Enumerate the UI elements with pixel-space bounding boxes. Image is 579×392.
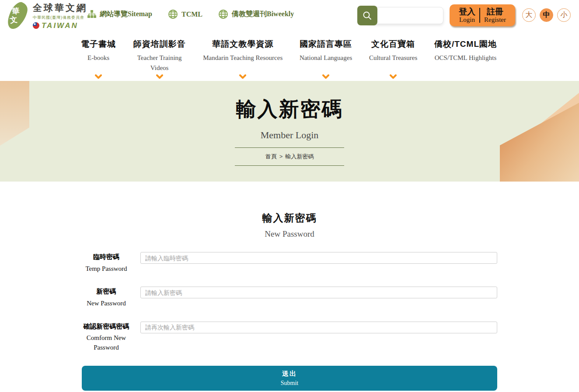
nav-item-ebooks[interactable]: 電子書城 E-books <box>81 38 116 80</box>
main-nav: 電子書城 E-books 師資培訓影音 Teacher Training Vid… <box>0 33 579 81</box>
site-logo[interactable]: 華 文 全球華文網 中華民國(臺灣)僑務委員會 TAIWAN <box>4 1 87 30</box>
page-title: 輸入新密碼 <box>0 96 579 123</box>
register-label-en: Register <box>484 16 506 24</box>
form-title-zh: 輸入新密碼 <box>0 211 579 225</box>
nav-label-zh: 國家語言專區 <box>300 38 352 50</box>
logo-title: 全球華文網 <box>33 2 87 14</box>
nav-label-en: National Languages <box>300 53 352 63</box>
nav-label-zh: 僑校/TCML園地 <box>434 38 497 50</box>
breadcrumb: 首頁>輸入新密碼 <box>235 147 344 166</box>
temp-password-input[interactable] <box>140 252 497 264</box>
roc-flag-icon <box>33 22 39 29</box>
field-label: 新密碼 New Password <box>82 287 131 308</box>
field-label-zh: 確認新密碼密碼 <box>82 322 131 332</box>
page-subtitle: Member Login <box>0 130 579 141</box>
taiwan-island-icon: 華 文 <box>4 1 30 30</box>
nav-label-en: OCS/TCML Highlights <box>435 53 497 63</box>
globe-icon <box>218 9 228 19</box>
submit-label-zh: 送出 <box>82 370 497 378</box>
field-label-zh: 臨時密碼 <box>82 252 131 262</box>
form-title-en: New Password <box>0 229 579 239</box>
nav-items: 電子書城 E-books 師資培訓影音 Teacher Training Vid… <box>81 38 497 80</box>
svg-text:華: 華 <box>11 7 20 16</box>
login-part[interactable]: 登入 Login <box>455 7 479 24</box>
nav-label-en: E-books <box>87 53 109 63</box>
breadcrumb-separator: > <box>279 153 283 160</box>
chevron-down-icon <box>322 74 329 79</box>
page: 華 文 全球華文網 中華民國(臺灣)僑務委員會 TAIWAN <box>0 0 579 392</box>
header: 華 文 全球華文網 中華民國(臺灣)僑務委員會 TAIWAN <box>0 0 579 33</box>
field-label-en: Temp Password <box>82 264 131 274</box>
nav-item-cultural-treasures[interactable]: 文化百寶箱 Cultural Treasures <box>369 38 417 80</box>
login-label-en: Login <box>459 16 475 24</box>
globe-icon <box>168 9 178 19</box>
nav-label-zh: 文化百寶箱 <box>371 38 415 50</box>
quick-link-tcml[interactable]: TCML <box>168 9 202 19</box>
chevron-down-icon <box>390 74 397 79</box>
field-label-zh: 新密碼 <box>82 287 131 297</box>
logo-subtitle: 中華民國(臺灣)僑務委員會 <box>33 15 87 21</box>
form-row-confirm-password: 確認新密碼密碼 Comform New Password <box>82 322 497 353</box>
header-quick-links: 網站導覽Sitemap TCML 僑教雙週刊Biweekly <box>87 9 294 19</box>
form-body: 臨時密碼 Temp Password 新密碼 New Password 確認新密… <box>82 252 497 391</box>
field-label: 臨時密碼 Temp Password <box>82 252 131 273</box>
font-size-medium[interactable]: 中 <box>540 8 553 22</box>
search-button[interactable] <box>357 6 377 25</box>
chevron-down-icon <box>95 74 102 79</box>
nav-label-zh: 電子書城 <box>81 38 116 50</box>
register-label-zh: 註冊 <box>484 7 506 16</box>
chevron-down-icon <box>156 74 163 79</box>
logo-country-row: TAIWAN <box>33 21 87 30</box>
quick-link-label: TCML <box>181 10 202 18</box>
nav-label-en: Teacher Training Videos <box>133 53 186 73</box>
quick-link-biweekly[interactable]: 僑教雙週刊Biweekly <box>218 9 294 19</box>
field-label: 確認新密碼密碼 Comform New Password <box>82 322 131 353</box>
form-row-new-password: 新密碼 New Password <box>82 287 497 308</box>
form-row-temp-password: 臨時密碼 Temp Password <box>82 252 497 273</box>
nav-item-teacher-training[interactable]: 師資培訓影音 Teacher Training Videos <box>133 38 186 80</box>
field-label-en: Comform New Password <box>82 333 131 353</box>
logo-text: 全球華文網 中華民國(臺灣)僑務委員會 TAIWAN <box>33 2 87 30</box>
confirm-password-input[interactable] <box>140 322 497 333</box>
submit-label-en: Submit <box>82 380 497 387</box>
nav-item-mandarin-resources[interactable]: 華語文教學資源 Mandarin Teaching Resources <box>203 38 283 80</box>
register-part[interactable]: 註冊 Register <box>480 7 510 24</box>
nav-label-zh: 華語文教學資源 <box>212 38 273 50</box>
search-icon <box>362 10 373 21</box>
field-label-en: New Password <box>82 299 131 308</box>
chevron-down-icon <box>239 74 246 79</box>
font-size-switcher: 大 中 小 <box>522 8 571 22</box>
login-label-zh: 登入 <box>459 7 475 16</box>
quick-link-sitemap[interactable]: 網站導覽Sitemap <box>87 10 152 19</box>
sitemap-icon <box>87 10 96 18</box>
nav-label-zh: 師資培訓影音 <box>133 38 186 50</box>
page-banner: 輸入新密碼 Member Login 首頁>輸入新密碼 <box>0 81 579 182</box>
font-size-small[interactable]: 小 <box>557 8 571 22</box>
new-password-form-section: 輸入新密碼 New Password 臨時密碼 Temp Password 新密… <box>0 182 579 391</box>
nav-label-en: Cultural Treasures <box>369 53 417 63</box>
new-password-input[interactable] <box>140 287 497 298</box>
quick-link-label: 網站導覽Sitemap <box>100 10 152 19</box>
breadcrumb-home-link[interactable]: 首頁 <box>265 153 277 160</box>
font-size-large[interactable]: 大 <box>522 8 536 22</box>
nav-item-national-languages[interactable]: 國家語言專區 National Languages <box>300 38 352 80</box>
nav-label-en: Mandarin Teaching Resources <box>203 53 283 63</box>
logo-country-label: TAIWAN <box>42 21 78 30</box>
search-input[interactable] <box>367 7 443 24</box>
quick-link-label: 僑教雙週刊Biweekly <box>232 10 294 19</box>
svg-text:文: 文 <box>9 15 18 24</box>
nav-item-ocs-tcml[interactable]: 僑校/TCML園地 OCS/TCML Highlights <box>434 38 497 80</box>
breadcrumb-current: 輸入新密碼 <box>285 153 314 160</box>
submit-button[interactable]: 送出 Submit <box>82 366 497 391</box>
login-register-button[interactable]: 登入 Login 註冊 Register <box>450 4 515 26</box>
